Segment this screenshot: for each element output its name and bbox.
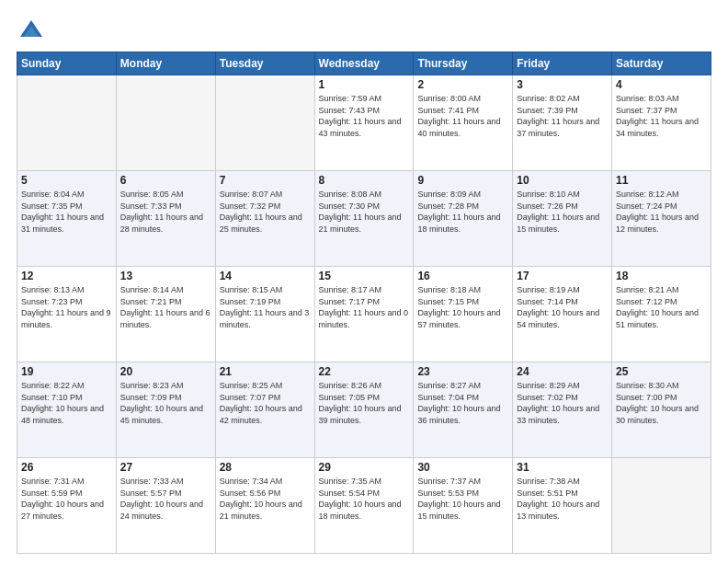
calendar-cell: 17Sunrise: 8:19 AMSunset: 7:14 PMDayligh… <box>513 267 612 362</box>
header <box>17 17 711 46</box>
day-info: Sunrise: 8:26 AMSunset: 7:05 PMDaylight:… <box>319 380 410 426</box>
calendar-cell <box>215 75 314 171</box>
day-number: 18 <box>616 270 707 282</box>
day-info: Sunrise: 7:59 AMSunset: 7:43 PMDaylight:… <box>319 93 410 139</box>
calendar: SundayMondayTuesdayWednesdayThursdayFrid… <box>17 52 711 554</box>
day-number: 16 <box>417 270 508 282</box>
week-row-4: 19Sunrise: 8:22 AMSunset: 7:10 PMDayligh… <box>17 362 711 458</box>
calendar-cell: 11Sunrise: 8:12 AMSunset: 7:24 PMDayligh… <box>612 171 711 267</box>
day-info: Sunrise: 8:17 AMSunset: 7:17 PMDaylight:… <box>319 284 410 330</box>
calendar-cell: 28Sunrise: 7:34 AMSunset: 5:56 PMDayligh… <box>215 458 314 554</box>
day-number: 1 <box>319 78 410 91</box>
logo-icon <box>17 17 46 46</box>
calendar-cell: 10Sunrise: 8:10 AMSunset: 7:26 PMDayligh… <box>513 171 612 267</box>
calendar-cell: 25Sunrise: 8:30 AMSunset: 7:00 PMDayligh… <box>612 362 711 458</box>
week-row-1: 1Sunrise: 7:59 AMSunset: 7:43 PMDaylight… <box>17 75 711 171</box>
calendar-cell: 3Sunrise: 8:02 AMSunset: 7:39 PMDaylight… <box>513 75 612 171</box>
calendar-cell: 24Sunrise: 8:29 AMSunset: 7:02 PMDayligh… <box>513 362 612 458</box>
week-row-5: 26Sunrise: 7:31 AMSunset: 5:59 PMDayligh… <box>17 458 711 554</box>
day-number: 8 <box>319 174 410 187</box>
day-info: Sunrise: 7:35 AMSunset: 5:54 PMDaylight:… <box>319 476 410 522</box>
calendar-cell: 15Sunrise: 8:17 AMSunset: 7:17 PMDayligh… <box>314 267 414 362</box>
day-info: Sunrise: 8:12 AMSunset: 7:24 PMDaylight:… <box>616 189 707 235</box>
calendar-cell: 16Sunrise: 8:18 AMSunset: 7:15 PMDayligh… <box>414 267 513 362</box>
calendar-cell: 8Sunrise: 8:08 AMSunset: 7:30 PMDaylight… <box>314 171 414 267</box>
day-info: Sunrise: 8:07 AMSunset: 7:32 PMDaylight:… <box>220 189 311 235</box>
week-row-3: 12Sunrise: 8:13 AMSunset: 7:23 PMDayligh… <box>17 267 711 362</box>
day-header-wednesday: Wednesday <box>314 52 414 75</box>
day-number: 31 <box>517 461 608 474</box>
calendar-cell: 30Sunrise: 7:37 AMSunset: 5:53 PMDayligh… <box>414 458 513 554</box>
week-row-2: 5Sunrise: 8:04 AMSunset: 7:35 PMDaylight… <box>17 171 711 267</box>
day-header-monday: Monday <box>116 52 215 75</box>
day-header-tuesday: Tuesday <box>215 52 314 75</box>
calendar-cell: 26Sunrise: 7:31 AMSunset: 5:59 PMDayligh… <box>17 458 117 554</box>
day-info: Sunrise: 8:08 AMSunset: 7:30 PMDaylight:… <box>319 189 410 235</box>
day-info: Sunrise: 8:27 AMSunset: 7:04 PMDaylight:… <box>417 380 508 426</box>
day-info: Sunrise: 7:34 AMSunset: 5:56 PMDaylight:… <box>220 476 311 522</box>
day-info: Sunrise: 8:21 AMSunset: 7:12 PMDaylight:… <box>616 284 707 330</box>
day-number: 28 <box>220 461 311 474</box>
logo <box>17 17 50 46</box>
calendar-cell: 2Sunrise: 8:00 AMSunset: 7:41 PMDaylight… <box>414 75 513 171</box>
day-info: Sunrise: 8:19 AMSunset: 7:14 PMDaylight:… <box>517 284 608 330</box>
day-number: 9 <box>417 174 508 187</box>
day-header-friday: Friday <box>513 52 612 75</box>
calendar-cell: 6Sunrise: 8:05 AMSunset: 7:33 PMDaylight… <box>116 171 215 267</box>
day-number: 7 <box>220 174 311 187</box>
page: SundayMondayTuesdayWednesdayThursdayFrid… <box>0 0 728 563</box>
day-number: 15 <box>319 270 410 282</box>
day-info: Sunrise: 8:04 AMSunset: 7:35 PMDaylight:… <box>21 189 112 235</box>
day-info: Sunrise: 8:03 AMSunset: 7:37 PMDaylight:… <box>616 93 707 139</box>
calendar-cell: 7Sunrise: 8:07 AMSunset: 7:32 PMDaylight… <box>215 171 314 267</box>
day-number: 3 <box>517 78 608 91</box>
calendar-cell: 4Sunrise: 8:03 AMSunset: 7:37 PMDaylight… <box>612 75 711 171</box>
day-info: Sunrise: 8:00 AMSunset: 7:41 PMDaylight:… <box>417 93 508 139</box>
calendar-cell <box>116 75 215 171</box>
calendar-cell <box>612 458 711 554</box>
day-info: Sunrise: 8:18 AMSunset: 7:15 PMDaylight:… <box>417 284 508 330</box>
day-number: 19 <box>21 365 112 378</box>
day-number: 10 <box>517 174 608 187</box>
day-number: 22 <box>319 365 410 378</box>
day-header-sunday: Sunday <box>17 52 117 75</box>
day-info: Sunrise: 8:22 AMSunset: 7:10 PMDaylight:… <box>21 380 112 426</box>
day-info: Sunrise: 8:25 AMSunset: 7:07 PMDaylight:… <box>220 380 311 426</box>
day-number: 21 <box>220 365 311 378</box>
day-header-thursday: Thursday <box>414 52 513 75</box>
day-number: 24 <box>517 365 608 378</box>
day-info: Sunrise: 8:05 AMSunset: 7:33 PMDaylight:… <box>120 189 211 235</box>
calendar-cell: 27Sunrise: 7:33 AMSunset: 5:57 PMDayligh… <box>116 458 215 554</box>
day-number: 23 <box>417 365 508 378</box>
day-info: Sunrise: 7:38 AMSunset: 5:51 PMDaylight:… <box>517 476 608 522</box>
calendar-cell: 13Sunrise: 8:14 AMSunset: 7:21 PMDayligh… <box>116 267 215 362</box>
day-info: Sunrise: 8:29 AMSunset: 7:02 PMDaylight:… <box>517 380 608 426</box>
day-number: 20 <box>120 365 211 378</box>
calendar-cell: 22Sunrise: 8:26 AMSunset: 7:05 PMDayligh… <box>314 362 414 458</box>
day-number: 13 <box>120 270 211 282</box>
day-info: Sunrise: 8:13 AMSunset: 7:23 PMDaylight:… <box>21 284 112 330</box>
calendar-cell: 9Sunrise: 8:09 AMSunset: 7:28 PMDaylight… <box>414 171 513 267</box>
day-info: Sunrise: 8:02 AMSunset: 7:39 PMDaylight:… <box>517 93 608 139</box>
calendar-cell: 20Sunrise: 8:23 AMSunset: 7:09 PMDayligh… <box>116 362 215 458</box>
calendar-cell: 31Sunrise: 7:38 AMSunset: 5:51 PMDayligh… <box>513 458 612 554</box>
day-info: Sunrise: 7:37 AMSunset: 5:53 PMDaylight:… <box>417 476 508 522</box>
day-number: 17 <box>517 270 608 282</box>
calendar-cell <box>17 75 117 171</box>
calendar-cell: 19Sunrise: 8:22 AMSunset: 7:10 PMDayligh… <box>17 362 117 458</box>
day-number: 4 <box>616 78 707 91</box>
day-number: 6 <box>120 174 211 187</box>
day-header-saturday: Saturday <box>612 52 711 75</box>
day-number: 2 <box>417 78 508 91</box>
day-number: 12 <box>21 270 112 282</box>
day-info: Sunrise: 8:09 AMSunset: 7:28 PMDaylight:… <box>417 189 508 235</box>
day-info: Sunrise: 8:30 AMSunset: 7:00 PMDaylight:… <box>616 380 707 426</box>
day-info: Sunrise: 8:10 AMSunset: 7:26 PMDaylight:… <box>517 189 608 235</box>
calendar-cell: 1Sunrise: 7:59 AMSunset: 7:43 PMDaylight… <box>314 75 414 171</box>
day-number: 27 <box>120 461 211 474</box>
day-number: 30 <box>417 461 508 474</box>
calendar-cell: 5Sunrise: 8:04 AMSunset: 7:35 PMDaylight… <box>17 171 117 267</box>
day-info: Sunrise: 7:31 AMSunset: 5:59 PMDaylight:… <box>21 476 112 522</box>
day-info: Sunrise: 8:23 AMSunset: 7:09 PMDaylight:… <box>120 380 211 426</box>
calendar-cell: 29Sunrise: 7:35 AMSunset: 5:54 PMDayligh… <box>314 458 414 554</box>
